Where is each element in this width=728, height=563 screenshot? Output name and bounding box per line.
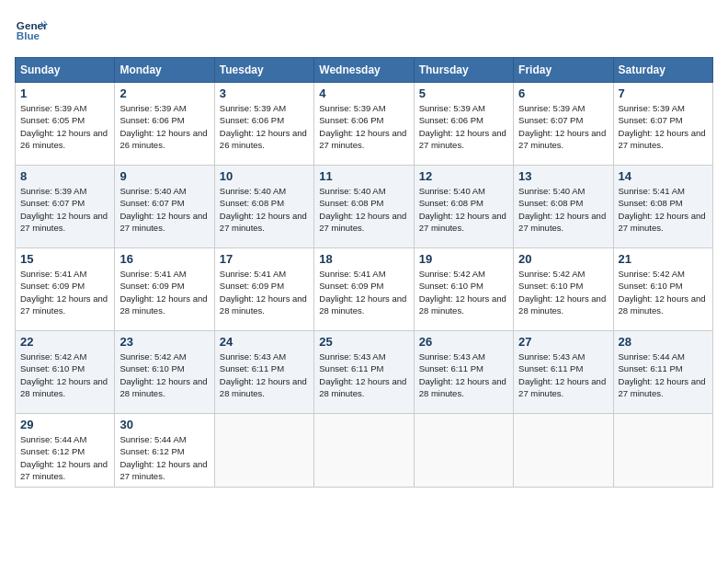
day-number: 23 — [119, 335, 209, 349]
day-info: Sunrise: 5:40 AM Sunset: 6:08 PM Dayligh… — [518, 185, 608, 234]
day-info: Sunrise: 5:39 AM Sunset: 6:05 PM Dayligh… — [20, 102, 109, 151]
day-number: 7 — [619, 86, 708, 100]
weekday-header-friday: Friday — [514, 58, 613, 83]
logo: General Blue — [15, 15, 48, 48]
calendar-cell: 11 Sunrise: 5:40 AM Sunset: 6:08 PM Dayl… — [314, 166, 414, 248]
day-number: 3 — [220, 86, 309, 100]
day-number: 8 — [20, 169, 109, 183]
day-number: 29 — [20, 418, 109, 431]
calendar-cell — [314, 414, 414, 488]
day-info: Sunrise: 5:40 AM Sunset: 6:08 PM Dayligh… — [319, 185, 408, 234]
day-info: Sunrise: 5:41 AM Sunset: 6:09 PM Dayligh… — [119, 268, 209, 316]
day-number: 6 — [518, 86, 608, 100]
day-number: 12 — [419, 169, 508, 183]
day-number: 26 — [419, 335, 508, 349]
day-number: 4 — [319, 86, 408, 100]
calendar-cell: 26 Sunrise: 5:43 AM Sunset: 6:11 PM Dayl… — [414, 331, 513, 414]
calendar-cell — [613, 414, 712, 488]
day-number: 28 — [619, 335, 708, 349]
day-number: 24 — [220, 335, 309, 349]
calendar-cell: 9 Sunrise: 5:40 AM Sunset: 6:07 PM Dayli… — [115, 166, 214, 248]
day-number: 15 — [20, 252, 109, 266]
day-number: 13 — [518, 169, 608, 183]
day-number: 16 — [119, 252, 209, 266]
day-info: Sunrise: 5:39 AM Sunset: 6:06 PM Dayligh… — [119, 102, 209, 151]
weekday-header-saturday: Saturday — [613, 58, 712, 83]
calendar-cell: 1 Sunrise: 5:39 AM Sunset: 6:05 PM Dayli… — [16, 83, 115, 166]
weekday-header-sunday: Sunday — [16, 58, 115, 83]
day-info: Sunrise: 5:41 AM Sunset: 6:08 PM Dayligh… — [619, 185, 708, 234]
day-info: Sunrise: 5:42 AM Sunset: 6:10 PM Dayligh… — [20, 350, 109, 399]
day-number: 1 — [20, 86, 109, 100]
day-info: Sunrise: 5:44 AM Sunset: 6:11 PM Dayligh… — [619, 350, 708, 399]
day-number: 20 — [518, 252, 608, 266]
day-info: Sunrise: 5:41 AM Sunset: 6:09 PM Dayligh… — [20, 268, 109, 316]
calendar-cell: 7 Sunrise: 5:39 AM Sunset: 6:07 PM Dayli… — [613, 83, 712, 166]
calendar-cell: 21 Sunrise: 5:42 AM Sunset: 6:10 PM Dayl… — [613, 248, 712, 331]
day-number: 21 — [619, 252, 708, 266]
calendar-cell — [414, 414, 513, 488]
calendar-cell: 16 Sunrise: 5:41 AM Sunset: 6:09 PM Dayl… — [115, 248, 214, 331]
logo-icon: General Blue — [15, 15, 48, 48]
day-info: Sunrise: 5:43 AM Sunset: 6:11 PM Dayligh… — [319, 350, 408, 399]
day-number: 19 — [419, 252, 508, 266]
calendar-cell: 28 Sunrise: 5:44 AM Sunset: 6:11 PM Dayl… — [613, 331, 712, 414]
day-info: Sunrise: 5:39 AM Sunset: 6:06 PM Dayligh… — [220, 102, 309, 151]
calendar-cell: 8 Sunrise: 5:39 AM Sunset: 6:07 PM Dayli… — [16, 166, 115, 248]
calendar-cell: 29 Sunrise: 5:44 AM Sunset: 6:12 PM Dayl… — [16, 414, 115, 488]
day-number: 9 — [119, 169, 209, 183]
day-info: Sunrise: 5:43 AM Sunset: 6:11 PM Dayligh… — [419, 350, 508, 399]
calendar-cell: 4 Sunrise: 5:39 AM Sunset: 6:06 PM Dayli… — [314, 83, 414, 166]
calendar-cell — [214, 414, 313, 488]
calendar-cell: 12 Sunrise: 5:40 AM Sunset: 6:08 PM Dayl… — [414, 166, 513, 248]
calendar-cell: 10 Sunrise: 5:40 AM Sunset: 6:08 PM Dayl… — [214, 166, 313, 248]
weekday-header-thursday: Thursday — [414, 58, 513, 83]
calendar-cell: 27 Sunrise: 5:43 AM Sunset: 6:11 PM Dayl… — [514, 331, 613, 414]
calendar-cell: 19 Sunrise: 5:42 AM Sunset: 6:10 PM Dayl… — [414, 248, 513, 331]
day-info: Sunrise: 5:41 AM Sunset: 6:09 PM Dayligh… — [220, 268, 309, 316]
day-number: 30 — [119, 418, 209, 431]
day-info: Sunrise: 5:40 AM Sunset: 6:08 PM Dayligh… — [419, 185, 508, 234]
day-info: Sunrise: 5:40 AM Sunset: 6:07 PM Dayligh… — [119, 185, 209, 234]
day-info: Sunrise: 5:42 AM Sunset: 6:10 PM Dayligh… — [119, 350, 209, 399]
day-info: Sunrise: 5:42 AM Sunset: 6:10 PM Dayligh… — [419, 268, 508, 316]
page-header: General Blue — [15, 15, 713, 48]
day-info: Sunrise: 5:44 AM Sunset: 6:12 PM Dayligh… — [20, 433, 109, 482]
calendar-cell: 17 Sunrise: 5:41 AM Sunset: 6:09 PM Dayl… — [214, 248, 313, 331]
day-info: Sunrise: 5:44 AM Sunset: 6:12 PM Dayligh… — [119, 433, 209, 482]
calendar-cell: 14 Sunrise: 5:41 AM Sunset: 6:08 PM Dayl… — [613, 166, 712, 248]
calendar-cell: 15 Sunrise: 5:41 AM Sunset: 6:09 PM Dayl… — [16, 248, 115, 331]
day-info: Sunrise: 5:41 AM Sunset: 6:09 PM Dayligh… — [319, 268, 408, 316]
day-number: 2 — [119, 86, 209, 100]
calendar-cell: 25 Sunrise: 5:43 AM Sunset: 6:11 PM Dayl… — [314, 331, 414, 414]
day-info: Sunrise: 5:40 AM Sunset: 6:08 PM Dayligh… — [220, 185, 309, 234]
day-number: 17 — [220, 252, 309, 266]
calendar-cell: 5 Sunrise: 5:39 AM Sunset: 6:06 PM Dayli… — [414, 83, 513, 166]
calendar-cell: 22 Sunrise: 5:42 AM Sunset: 6:10 PM Dayl… — [16, 331, 115, 414]
calendar-cell: 3 Sunrise: 5:39 AM Sunset: 6:06 PM Dayli… — [214, 83, 313, 166]
calendar-cell: 13 Sunrise: 5:40 AM Sunset: 6:08 PM Dayl… — [514, 166, 613, 248]
weekday-header-wednesday: Wednesday — [314, 58, 414, 83]
calendar-cell: 18 Sunrise: 5:41 AM Sunset: 6:09 PM Dayl… — [314, 248, 414, 331]
calendar-cell: 30 Sunrise: 5:44 AM Sunset: 6:12 PM Dayl… — [115, 414, 214, 488]
day-number: 25 — [319, 335, 408, 349]
calendar-table: SundayMondayTuesdayWednesdayThursdayFrid… — [15, 57, 713, 488]
day-number: 22 — [20, 335, 109, 349]
day-info: Sunrise: 5:43 AM Sunset: 6:11 PM Dayligh… — [220, 350, 309, 399]
day-info: Sunrise: 5:39 AM Sunset: 6:07 PM Dayligh… — [518, 102, 608, 151]
day-number: 11 — [319, 169, 408, 183]
calendar-cell: 24 Sunrise: 5:43 AM Sunset: 6:11 PM Dayl… — [214, 331, 313, 414]
day-info: Sunrise: 5:42 AM Sunset: 6:10 PM Dayligh… — [518, 268, 608, 316]
day-info: Sunrise: 5:39 AM Sunset: 6:07 PM Dayligh… — [619, 102, 708, 151]
calendar-cell: 2 Sunrise: 5:39 AM Sunset: 6:06 PM Dayli… — [115, 83, 214, 166]
day-number: 10 — [220, 169, 309, 183]
weekday-header-tuesday: Tuesday — [214, 58, 313, 83]
day-info: Sunrise: 5:42 AM Sunset: 6:10 PM Dayligh… — [619, 268, 708, 316]
svg-text:Blue: Blue — [17, 29, 40, 41]
calendar-cell — [514, 414, 613, 488]
day-info: Sunrise: 5:39 AM Sunset: 6:06 PM Dayligh… — [419, 102, 508, 151]
calendar-cell: 6 Sunrise: 5:39 AM Sunset: 6:07 PM Dayli… — [514, 83, 613, 166]
calendar-cell: 20 Sunrise: 5:42 AM Sunset: 6:10 PM Dayl… — [514, 248, 613, 331]
calendar-cell: 23 Sunrise: 5:42 AM Sunset: 6:10 PM Dayl… — [115, 331, 214, 414]
day-info: Sunrise: 5:39 AM Sunset: 6:06 PM Dayligh… — [319, 102, 408, 151]
